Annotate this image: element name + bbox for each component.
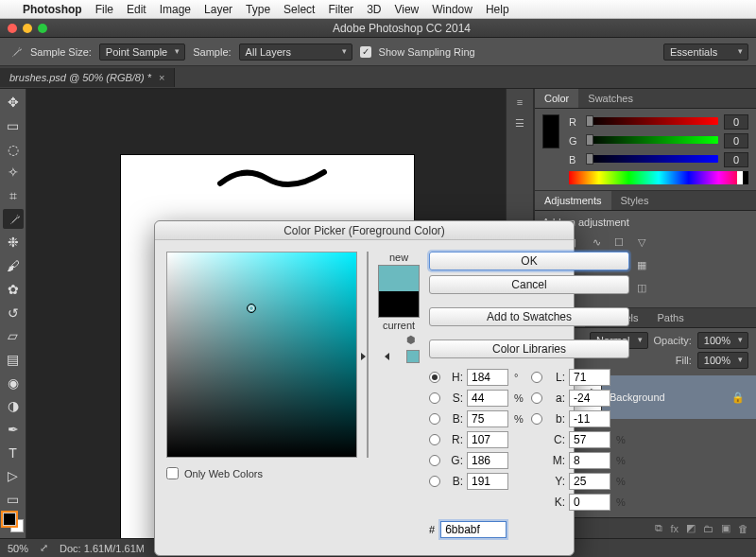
radio-a[interactable] (531, 392, 542, 404)
selective-color-icon[interactable]: ◫ (633, 279, 650, 296)
hue-slider[interactable] (367, 252, 369, 458)
history-panel-icon[interactable]: ≡ (517, 96, 523, 108)
radio-r[interactable] (429, 434, 440, 445)
g-value[interactable]: 0 (724, 133, 748, 148)
menu-app[interactable]: Photoshop (23, 3, 82, 16)
opacity-value[interactable]: 100% (697, 332, 748, 349)
cancel-button[interactable]: Cancel (429, 275, 629, 294)
new-group-icon[interactable]: 🗀 (703, 523, 713, 534)
dodge-tool-icon[interactable]: ◑ (3, 396, 24, 416)
foreground-background-swatches[interactable] (3, 513, 24, 532)
only-web-colors-input[interactable] (166, 467, 179, 479)
gradient-tool-icon[interactable]: ▤ (3, 350, 24, 370)
radio-g[interactable] (429, 455, 440, 466)
ok-button[interactable]: OK (429, 252, 629, 270)
delete-layer-icon[interactable]: 🗑 (738, 523, 748, 534)
gamut-warning-icon[interactable]: ⬢ (406, 334, 420, 347)
document-tab[interactable]: brushes.psd @ 50% (RGB/8) * × (0, 68, 175, 87)
menu-filter[interactable]: Filter (328, 3, 353, 16)
lut-icon[interactable]: ▦ (633, 256, 650, 273)
expand-icon[interactable]: ⤢ (40, 542, 48, 554)
bb-field[interactable] (467, 473, 508, 490)
history-brush-tool-icon[interactable]: ↺ (3, 303, 24, 322)
menu-view[interactable]: View (394, 3, 419, 16)
a-field[interactable] (569, 390, 610, 407)
link-layers-icon[interactable]: ⧉ (655, 522, 662, 534)
l-field[interactable] (569, 369, 610, 386)
r-slider[interactable] (586, 117, 718, 127)
healing-brush-tool-icon[interactable]: ❉ (3, 233, 24, 252)
move-tool-icon[interactable]: ✥ (3, 93, 24, 113)
saturation-value-field[interactable] (166, 252, 357, 458)
magic-wand-tool-icon[interactable]: ✧ (3, 163, 24, 183)
only-web-colors-checkbox[interactable]: Only Web Colors (166, 467, 357, 479)
eraser-tool-icon[interactable]: ▱ (3, 326, 24, 346)
menu-type[interactable]: Type (246, 3, 270, 16)
radio-h[interactable] (429, 372, 440, 383)
menu-layer[interactable]: Layer (204, 3, 232, 16)
b-slider[interactable] (586, 155, 718, 165)
websafe-swatch[interactable] (406, 350, 420, 363)
radio-bb[interactable] (429, 476, 440, 487)
menu-3d[interactable]: 3D (367, 3, 381, 16)
menu-edit[interactable]: Edit (127, 3, 146, 16)
hex-field[interactable] (440, 521, 507, 538)
add-to-swatches-button[interactable]: Add to Swatches (429, 307, 629, 326)
layer-mask-icon[interactable]: ◩ (686, 522, 696, 534)
show-sampling-ring-checkbox[interactable]: ✓ (360, 46, 371, 58)
color-libraries-button[interactable]: Color Libraries (429, 339, 629, 358)
menu-image[interactable]: Image (160, 3, 191, 16)
tab-adjustments[interactable]: Adjustments (535, 191, 611, 210)
radio-lab-b[interactable] (531, 413, 542, 425)
window-zoom-icon[interactable] (38, 24, 47, 33)
b-value[interactable]: 0 (724, 152, 748, 167)
blur-tool-icon[interactable]: ◉ (3, 373, 24, 392)
fill-value[interactable]: 100% (697, 352, 748, 369)
c-field[interactable] (569, 431, 610, 448)
tab-color[interactable]: Color (535, 89, 578, 108)
shape-tool-icon[interactable]: ▭ (3, 490, 24, 510)
pen-tool-icon[interactable]: ✒ (3, 420, 24, 440)
properties-panel-icon[interactable]: ☰ (515, 117, 524, 130)
new-layer-icon[interactable]: ▣ (721, 522, 730, 534)
window-close-icon[interactable] (8, 24, 17, 33)
rr-field[interactable] (467, 431, 508, 448)
layer-fx-icon[interactable]: fx (670, 523, 679, 534)
lasso-tool-icon[interactable]: ◌ (3, 139, 24, 159)
workspace-select[interactable]: Essentials (663, 44, 748, 61)
r-value[interactable]: 0 (724, 114, 748, 130)
radio-s[interactable] (429, 392, 440, 404)
tab-swatches[interactable]: Swatches (578, 89, 643, 108)
path-selection-tool-icon[interactable]: ▷ (3, 466, 24, 486)
lock-icon[interactable]: 🔒 (731, 392, 745, 404)
crop-tool-icon[interactable]: ⌗ (3, 186, 24, 206)
window-minimize-icon[interactable] (23, 24, 32, 33)
gg-field[interactable] (467, 452, 508, 469)
eyedropper-tool-icon[interactable] (3, 209, 24, 229)
menu-file[interactable]: File (95, 3, 113, 16)
color-panel-swatch[interactable] (542, 114, 559, 148)
close-tab-icon[interactable]: × (159, 72, 164, 83)
marquee-tool-icon[interactable]: ▭ (3, 116, 24, 136)
spectrum-ramp[interactable] (569, 171, 748, 184)
menu-select[interactable]: Select (284, 3, 315, 16)
type-tool-icon[interactable]: T (3, 443, 24, 462)
s-field[interactable] (467, 390, 508, 407)
tab-paths[interactable]: Paths (648, 308, 694, 327)
k-field[interactable] (569, 494, 610, 511)
g-slider[interactable] (586, 136, 718, 146)
sample-select[interactable]: All Layers (239, 44, 352, 61)
tab-styles[interactable]: Styles (611, 191, 659, 210)
menu-help[interactable]: Help (486, 3, 509, 16)
m-field[interactable] (569, 452, 610, 469)
foreground-color-swatch[interactable] (3, 513, 16, 526)
radio-l[interactable] (531, 372, 542, 383)
y-field[interactable] (569, 473, 610, 490)
exposure-icon[interactable]: ☐ (610, 234, 627, 251)
clone-stamp-tool-icon[interactable]: ✿ (3, 280, 24, 300)
vibrance-icon[interactable]: ▽ (633, 234, 650, 251)
bv-field[interactable] (467, 410, 508, 427)
h-field[interactable] (467, 369, 508, 386)
radio-bv[interactable] (429, 413, 440, 425)
sample-size-select[interactable]: Point Sample (99, 44, 185, 61)
